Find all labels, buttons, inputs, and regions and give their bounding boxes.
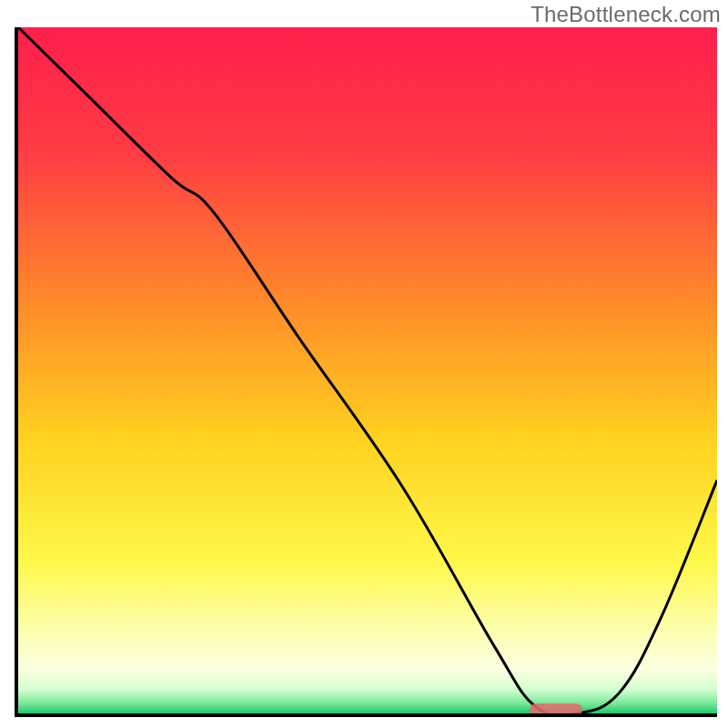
plot-area	[15, 27, 717, 717]
watermark-text: TheBottleneck.com	[531, 2, 721, 27]
chart-container: TheBottleneck.com	[0, 0, 728, 728]
optimal-marker	[530, 703, 582, 716]
bottleneck-curve	[18, 27, 717, 713]
curve-layer	[18, 27, 717, 713]
